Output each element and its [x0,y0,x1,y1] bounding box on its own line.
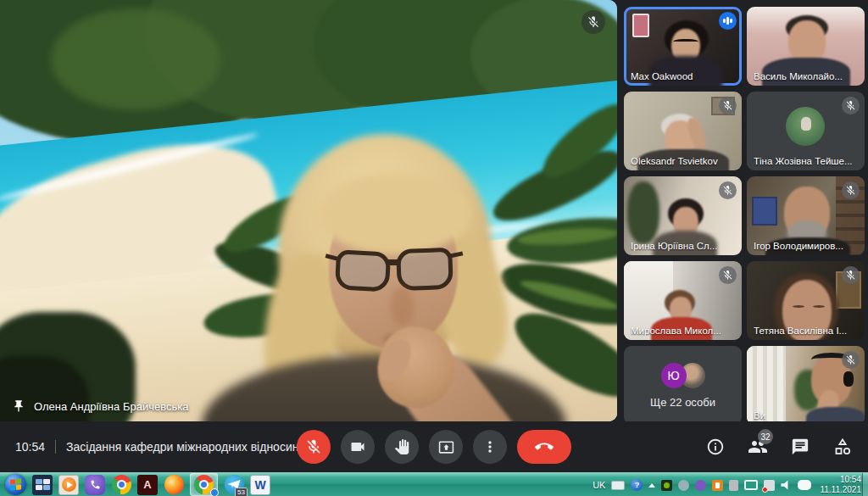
help-tray-icon[interactable]: ? [631,479,643,491]
call-end-icon [535,437,554,456]
decor [51,8,220,110]
microphone-toggle-button[interactable] [297,430,331,464]
tray-icon-lock[interactable] [729,480,738,491]
mic-muted-indicator [842,266,860,284]
show-hidden-icons-arrow[interactable] [648,483,655,488]
decor [386,259,400,265]
activities-button[interactable] [832,437,853,457]
main-speaker-label: Олена Андріївна Брайчевська [34,400,188,413]
taskbar-clock[interactable]: 10:54 11.11.2021 [820,475,861,495]
taskbar-time: 10:54 [820,475,861,485]
self-view-tile[interactable]: Ви [747,346,865,425]
network-tray-icon[interactable] [744,480,758,490]
start-button[interactable] [5,474,26,495]
show-desktop-button[interactable] [862,473,868,496]
acrobat-glyph: A [143,478,151,491]
more-options-button[interactable] [473,430,507,464]
taskbar-active-chrome-button[interactable] [190,473,218,496]
participant-tile-iryna[interactable]: Ірина Юріївна Сл... [624,176,742,255]
mic-muted-indicator [842,97,860,114]
decor [627,181,659,244]
mic-muted-indicator [842,351,860,369]
taskbar-word-icon[interactable]: W [250,475,270,495]
participant-name: Max Oakwood [631,71,693,81]
taskbar-app-tiles-icon[interactable] [32,475,53,495]
avatar-stack: Ю [661,363,705,388]
taskbar-chrome-icon[interactable] [111,475,131,495]
hand-icon [394,439,409,454]
decor [801,117,811,131]
decor [843,371,854,387]
audio-speaking-indicator [719,12,737,30]
participant-name: Тетяна Василівна І... [754,326,847,336]
participant-tile-tina[interactable]: Тіна Жозівна Тейше... [747,92,865,170]
tray-icon-grey[interactable] [678,480,689,491]
ime-tray-icon[interactable] [798,480,811,490]
glasses-left-lens [335,249,391,292]
profile-badge [210,488,219,496]
participant-name: Ігор Володимиров... [754,241,843,251]
meeting-clock: 10:54 [15,440,45,454]
viber-tray-icon[interactable] [695,480,706,491]
telegram-unread-badge: 53 [235,488,248,496]
taskbar-telegram-icon[interactable]: 53 [224,475,244,495]
decor [752,197,777,226]
taskbar-media-player-icon[interactable] [58,475,79,495]
mic-muted-indicator [719,181,737,199]
volume-tray-icon[interactable] [781,480,792,490]
info-icon [706,437,725,456]
tray-icon-orange[interactable] [712,480,723,491]
participants-count-badge: 32 [758,429,773,444]
windows-logo-icon [10,478,21,490]
taskbar-viber-icon[interactable] [85,475,105,495]
taskbar-date: 11.11.2021 [820,485,861,495]
meet-call-area: Олена Андріївна Брайчевська Max Oakwood … [0,0,868,472]
system-tray: UK ? 10:54 11.11.2021 [593,473,861,496]
participants-sidebar: Max Oakwood Василь Миколайо... Oleksandr… [624,0,868,421]
divider [55,440,56,454]
self-view-label: Ви [754,410,765,421]
keyboard-layout-icon[interactable] [611,481,625,490]
mic-muted-indicator [581,10,605,34]
leave-call-button[interactable] [517,430,571,464]
taskbar-firefox-icon[interactable] [164,475,184,495]
nvidia-tray-icon[interactable] [661,480,672,491]
overflow-participants-tile[interactable]: Ю Ще 22 особи [624,346,742,425]
participant-name: Василь Миколайо... [754,71,843,81]
pin-icon [12,399,25,413]
main-video-tile[interactable]: Олена Андріївна Брайчевська [0,0,617,421]
show-participants-button[interactable]: 32 [748,437,768,457]
glasses-right-lens [396,248,453,291]
participant-tile-max-oakwood[interactable]: Max Oakwood [624,7,742,86]
participant-tile-vasyl[interactable]: Василь Миколайо... [747,7,865,86]
meet-bottom-bar: 10:54 Засідання кафедри міжнародних відн… [0,421,868,472]
activities-icon [832,437,853,457]
participant-name: Мирослава Микол... [631,326,721,336]
chat-button[interactable] [790,437,810,457]
avatar-letter: Ю [661,363,687,388]
tray-icon-notification[interactable] [764,480,775,491]
mic-off-icon [305,438,322,455]
mic-muted-indicator [842,181,860,199]
camera-toggle-button[interactable] [341,430,375,464]
participant-tile-tetiana[interactable]: Тетяна Василівна І... [747,261,865,340]
participant-tile-myroslava[interactable]: Мирослава Микол... [624,261,742,340]
help-glyph: ? [635,481,640,489]
meeting-details-button[interactable] [705,437,726,457]
mic-muted-indicator [719,97,737,114]
meeting-title: Засідання кафедри міжнародних відносин..… [66,440,309,454]
decor [319,173,470,254]
taskbar-acrobat-icon[interactable]: A [137,475,158,495]
decor [673,39,698,46]
participant-tile-oleksandr[interactable]: Oleksandr Tsvietkov [624,92,742,170]
participant-tile-ihor[interactable]: Ігор Володимиров... [747,176,865,255]
present-screen-button[interactable] [429,430,463,464]
decor [793,305,804,308]
more-vert-icon [481,438,498,455]
mic-off-icon [587,15,600,29]
language-indicator[interactable]: UK [593,480,605,490]
google-meet-window: Олена Андріївна Брайчевська Max Oakwood … [0,0,868,496]
raise-hand-button[interactable] [385,430,419,464]
main-speaker-name: Олена Андріївна Брайчевська [12,399,188,413]
participant-name: Тіна Жозівна Тейше... [754,156,853,166]
